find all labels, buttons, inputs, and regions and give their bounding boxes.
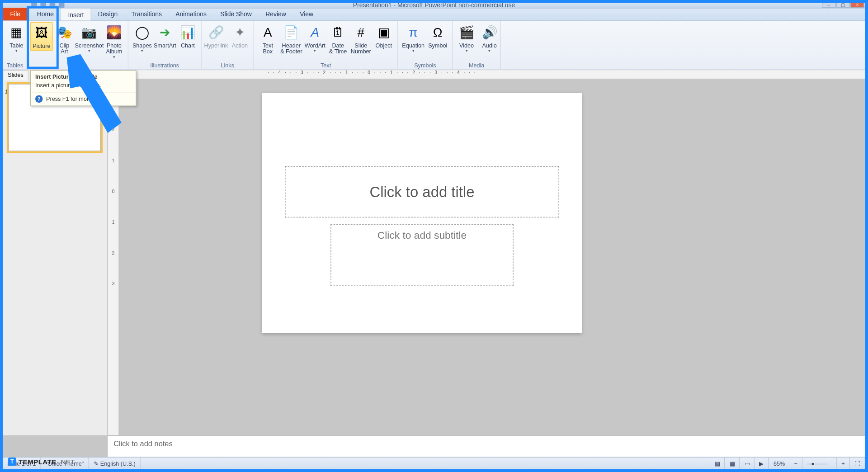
chart-icon: 📊	[179, 23, 197, 41]
symbol-icon: Ω	[429, 23, 447, 41]
textbox-icon: A	[259, 23, 277, 41]
picture-label: Picture	[33, 42, 50, 49]
video-button[interactable]: 🎬 Video ▾	[455, 22, 478, 54]
picture-icon: 🖼	[33, 24, 51, 42]
datetime-button[interactable]: 🗓 Date & Time	[326, 22, 349, 56]
object-label: Object	[376, 42, 392, 48]
view-normal-button[interactable]: ▤	[710, 458, 725, 469]
textbox-button[interactable]: A Text Box	[256, 22, 279, 56]
clipart-icon: 🎭	[55, 23, 73, 41]
video-icon: 🎬	[458, 23, 476, 41]
tab-view[interactable]: View	[293, 8, 320, 20]
chevron-down-icon: ▾	[314, 48, 316, 53]
window-title: Presentation1 - Microsoft PowerPoint non…	[353, 3, 515, 9]
slide-edit-area: ··4···3···2···1···0···1···2···3···4··· 3…	[108, 70, 865, 435]
title-placeholder[interactable]: Click to add title	[285, 166, 559, 217]
tooltip-help-text: Press F1 for more help.	[46, 96, 106, 102]
status-language[interactable]: ✎English (U.S.)	[89, 458, 141, 469]
watermark: T TEMPLATE.NET	[8, 458, 75, 466]
wordart-icon: A	[306, 23, 324, 41]
fit-button[interactable]: ⛶	[850, 458, 865, 469]
tab-home[interactable]: Home	[30, 8, 61, 20]
headerfooter-icon: 📄	[282, 23, 300, 41]
audio-button[interactable]: 🔊 Audio ▾	[478, 22, 501, 54]
spellcheck-icon: ✎	[94, 460, 98, 467]
tooltip-title: Insert Picture from File	[31, 71, 136, 81]
slides-tab[interactable]: Slides	[3, 70, 28, 80]
chart-label: Chart	[181, 42, 195, 48]
clipart-label: Clip Art	[60, 42, 70, 55]
zoom-out-button[interactable]: −	[789, 458, 802, 469]
table-button[interactable]: ▦ Table ▾	[5, 22, 28, 54]
view-slideshow-button[interactable]: ▶	[755, 458, 769, 469]
notes-pane[interactable]: Click to add notes	[108, 435, 865, 457]
object-icon: ▣	[375, 23, 393, 41]
clipart-button[interactable]: 🎭 Clip Art	[53, 22, 76, 56]
zoom-slider[interactable]: ─●───	[802, 458, 837, 469]
slidenumber-button[interactable]: # Slide Number	[349, 22, 373, 56]
chart-button[interactable]: 📊 Chart	[176, 22, 199, 50]
symbol-button[interactable]: Ω Symbol	[426, 22, 449, 50]
chevron-down-icon: ▾	[15, 48, 18, 53]
hyperlink-icon: 🔗	[207, 23, 225, 41]
wordart-button[interactable]: A WordArt ▾	[303, 22, 326, 54]
smartart-icon: ➔	[156, 23, 174, 41]
slide-thumb-number: 1	[5, 89, 8, 95]
slide-canvas[interactable]: Click to add title Click to add subtitle	[262, 93, 582, 333]
slidenumber-icon: #	[352, 23, 370, 41]
tab-review[interactable]: Review	[259, 8, 293, 20]
datetime-label: Date & Time	[329, 42, 347, 55]
tab-transitions[interactable]: Transitions	[124, 8, 169, 20]
photoalbum-button[interactable]: 🌄 Photo Album ▾	[103, 22, 126, 61]
equation-label: Equation	[402, 42, 425, 48]
headerfooter-label: Header & Footer	[280, 42, 302, 55]
video-label: Video	[459, 42, 474, 48]
ribbon-tabs: File Home Insert Design Transitions Anim…	[3, 9, 865, 21]
window-controls: – ▢ ×	[822, 3, 864, 8]
symbol-label: Symbol	[428, 42, 447, 48]
chevron-down-icon: ▾	[88, 48, 90, 53]
maximize-button[interactable]: ▢	[836, 3, 850, 8]
hyperlink-button[interactable]: 🔗 Hyperlink	[204, 22, 228, 50]
subtitle-placeholder[interactable]: Click to add subtitle	[330, 224, 513, 286]
vertical-ruler: 3210123	[108, 79, 119, 435]
close-button[interactable]: ×	[850, 3, 864, 8]
slidenumber-label: Slide Number	[351, 42, 371, 55]
shapes-icon: ◯	[133, 23, 151, 41]
view-sorter-button[interactable]: ▦	[725, 458, 740, 469]
equation-icon: π	[404, 23, 422, 41]
tab-slideshow[interactable]: Slide Show	[213, 8, 259, 20]
status-bar: Slide 1 of 1 "Office Theme" ✎English (U.…	[3, 457, 865, 469]
equation-button[interactable]: π Equation ▾	[400, 22, 426, 54]
picture-button[interactable]: 🖼 Picture	[30, 22, 53, 51]
chevron-down-icon: ▾	[141, 48, 143, 53]
wordart-label: WordArt	[305, 42, 326, 48]
action-button[interactable]: ✦ Action	[228, 22, 251, 50]
tab-insert[interactable]: Insert	[61, 8, 91, 20]
group-illustrations-label: Illustrations	[128, 62, 201, 69]
tab-animations[interactable]: Animations	[169, 8, 213, 20]
screenshot-icon: 📷	[80, 23, 98, 41]
zoom-in-button[interactable]: +	[837, 458, 850, 469]
tab-file[interactable]: File	[3, 8, 28, 20]
audio-label: Audio	[482, 42, 496, 48]
picture-tooltip: Insert Picture from File Insert a pictur…	[30, 70, 137, 106]
zoom-level[interactable]: 65%	[769, 458, 790, 469]
screenshot-button[interactable]: 📷 Screenshot ▾	[76, 22, 103, 54]
tooltip-body: Insert a picture from a file.	[31, 81, 136, 92]
quick-access-toolbar[interactable]	[31, 3, 64, 8]
chevron-down-icon: ▾	[113, 55, 115, 59]
smartart-button[interactable]: ➔ SmartArt	[154, 22, 177, 50]
view-reading-button[interactable]: ▭	[740, 458, 755, 469]
group-text-label: Text	[254, 62, 397, 69]
watermark-brand: TEMPLATE	[19, 458, 57, 466]
horizontal-ruler: ··4···3···2···1···0···1···2···3···4···	[119, 70, 865, 79]
chevron-down-icon: ▾	[412, 48, 415, 53]
object-button[interactable]: ▣ Object	[373, 22, 396, 50]
headerfooter-button[interactable]: 📄 Header & Footer	[279, 22, 304, 56]
shapes-button[interactable]: ◯ Shapes ▾	[131, 22, 154, 54]
minimize-button[interactable]: –	[822, 3, 835, 8]
watermark-suffix: .NET	[59, 458, 75, 466]
photoalbum-icon: 🌄	[105, 23, 123, 41]
tab-design[interactable]: Design	[91, 8, 125, 20]
